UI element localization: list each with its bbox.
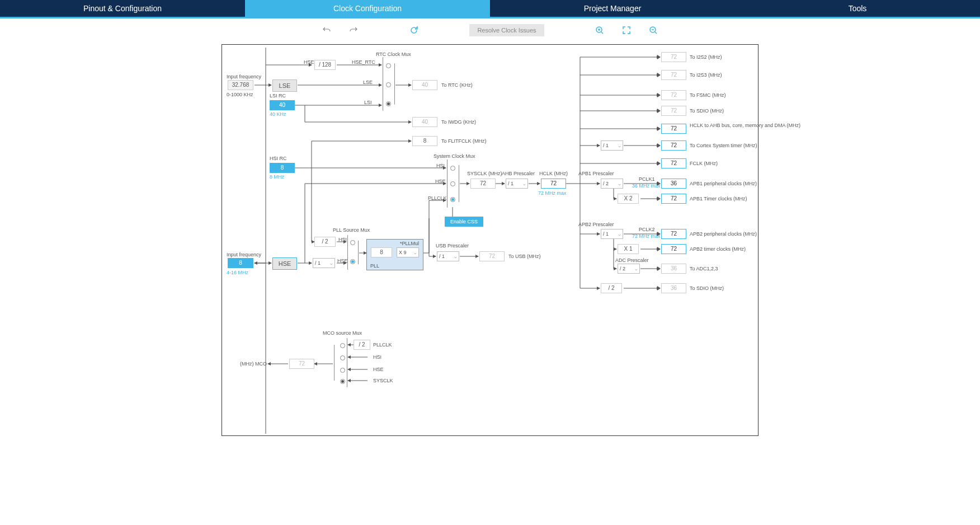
usb-label: To USB (MHz): [508, 254, 541, 259]
enable-css-button[interactable]: Enable CSS: [445, 217, 483, 227]
flitf-value: 8: [412, 136, 437, 146]
apb1-periph-label: APB1 peripheral clocks (MHz): [690, 181, 757, 186]
wire-layer: [222, 45, 758, 435]
rtc-output-value[interactable]: 40: [412, 80, 437, 90]
hclk-max-label: 72 MHz max: [538, 190, 567, 196]
tab-project[interactable]: Project Manager: [490, 0, 735, 17]
zoom-out-icon[interactable]: [648, 25, 658, 35]
cortex-value[interactable]: 72: [661, 140, 686, 151]
sysclk-label: SYSCLK (MHz): [467, 171, 502, 176]
flitf-label: To FLITFCLK (MHz): [441, 138, 487, 144]
hse-div128-box: / 128: [314, 60, 336, 70]
hsi-value: 8: [270, 163, 295, 173]
hse-input-freq-range: 4-16 MHz: [227, 270, 248, 275]
refresh-icon[interactable]: [409, 25, 419, 35]
tab-clock[interactable]: Clock Configuration: [245, 0, 490, 17]
sdio-div2-box: / 2: [601, 283, 622, 293]
cortex-div-select[interactable]: / 1⌵: [601, 140, 623, 151]
adc-prescaler-select[interactable]: / 2⌵: [618, 264, 640, 274]
cortex-label: To Cortex System timer (MHz): [690, 143, 757, 148]
usb-prescaler-select[interactable]: / 1⌵: [437, 251, 459, 261]
hsi-div2-box: / 2: [314, 237, 336, 247]
fclk-label: FCLK (MHz): [690, 161, 718, 166]
rtc-mux[interactable]: [383, 57, 395, 111]
iwdg-output-value: 40: [412, 117, 437, 127]
usb-prescaler-title: USB Prescaler: [436, 243, 469, 249]
rtc-lsi-label: LSI: [364, 100, 372, 105]
lsi-value: 40: [270, 100, 295, 110]
undo-icon[interactable]: [322, 25, 332, 35]
apb2-pclk-label: PCLK2: [639, 227, 655, 232]
lse-input-freq-value[interactable]: 32.768: [228, 80, 253, 90]
apb2-prescaler-select[interactable]: / 1⌵: [601, 229, 623, 239]
hse-box: HSE: [272, 257, 297, 270]
hsi-rc-label: HSI RC: [270, 156, 287, 161]
apb1-prescaler-title: APB1 Prescaler: [578, 171, 614, 176]
apb1-periph-value[interactable]: 36: [661, 179, 686, 189]
hclk-value[interactable]: 72: [541, 179, 566, 189]
fsmc-value: 72: [661, 90, 686, 100]
mco-pllclk-label: PLLCLK: [373, 342, 392, 348]
lse-box: LSE: [272, 79, 297, 92]
tab-pinout[interactable]: Pinout & Configuration: [0, 0, 245, 17]
lsi-khz-label: 40 KHz: [270, 111, 286, 117]
apb1-pclk-max: 36 MHz max: [632, 183, 661, 189]
i2s3-value: 72: [661, 70, 686, 80]
apb1-pclk-label: PCLK1: [639, 176, 655, 182]
apb2-tim-value[interactable]: 72: [661, 244, 686, 254]
rtc-mux-title: RTC Clock Mux: [376, 51, 411, 57]
usb-value: 72: [479, 251, 505, 261]
pll-src-hsi-label: HSI: [338, 237, 347, 242]
apb2-periph-label: APB2 peripheral clocks (MHz): [690, 231, 757, 237]
fsmc-label: To FSMC (MHz): [690, 92, 726, 98]
mco-source-mux[interactable]: [334, 338, 347, 387]
toolbar: Resolve Clock Issues: [0, 18, 980, 40]
sysmux-hse-label: HSE: [435, 179, 446, 184]
pll-mul-select[interactable]: X 9⌵: [397, 247, 419, 257]
clock-diagram: RTC Clock Mux HSE / 128 HSE_RTC LSE LSI …: [222, 44, 758, 436]
adc-label: To ADC1,2,3: [690, 266, 718, 271]
tab-tools[interactable]: Tools: [735, 0, 980, 17]
hse-input-freq-label: Input frequency: [227, 252, 261, 257]
i2s2-value: 72: [661, 52, 686, 62]
mco-value: 72: [289, 359, 314, 369]
hse-rtc-label: HSE_RTC: [352, 59, 375, 65]
apb1-tim-label: APB1 Timer clocks (MHz): [690, 196, 747, 201]
pll-src-mux-title: PLL Source Mux: [333, 227, 370, 233]
system-clock-mux[interactable]: [447, 160, 459, 208]
apb2-periph-value[interactable]: 72: [661, 229, 686, 239]
iwdg-output-label: To IWDG (KHz): [441, 119, 476, 125]
sysmux-hsi-label: HSI: [436, 163, 445, 168]
apb2-tim-mul: X 1: [618, 244, 639, 254]
hclk-ahb-label: HCLK to AHB bus, core, memory and DMA (M…: [690, 123, 757, 129]
i2s3-label: To I2S3 (MHz): [690, 72, 722, 78]
apb2-pclk-max: 72 MHz max: [632, 233, 661, 239]
sdio2-label: To SDIO (MHz): [690, 285, 724, 291]
hsi-mhz-label: 8 MHz: [270, 174, 284, 180]
apb2-tim-label: APB2 timer clocks (MHz): [690, 246, 746, 252]
redo-icon[interactable]: [348, 25, 359, 35]
rtc-output-label: To RTC (KHz): [441, 82, 473, 88]
hclk-ahb-value[interactable]: 72: [661, 124, 686, 134]
resolve-clock-button[interactable]: Resolve Clock Issues: [469, 24, 544, 36]
mco-div2-box: / 2: [354, 340, 370, 350]
ahb-prescaler-select[interactable]: / 1⌵: [506, 179, 528, 189]
apb1-tim-mul: X 2: [618, 194, 639, 204]
sdio2-value: 36: [661, 283, 686, 293]
sysclk-value[interactable]: 72: [470, 179, 496, 189]
pll-source-mux[interactable]: [347, 235, 359, 270]
i2s2-label: To I2S2 (MHz): [690, 54, 722, 60]
zoom-in-icon[interactable]: [595, 25, 605, 35]
lse-input-freq-label: Input frequency: [227, 74, 261, 79]
lse-input-freq-range: 0-1000 KHz: [227, 92, 253, 97]
apb1-tim-value[interactable]: 72: [661, 194, 686, 204]
hse-prediv-select[interactable]: / 1⌵: [313, 258, 335, 268]
mco-hsi-label: HSI: [373, 354, 381, 360]
rtc-lse-label: LSE: [363, 79, 373, 85]
fclk-value[interactable]: 72: [661, 158, 686, 168]
hse-input-freq-value[interactable]: 8: [228, 258, 253, 268]
apb1-prescaler-select[interactable]: / 2⌵: [601, 179, 623, 189]
pll-mul-input[interactable]: 8: [371, 247, 392, 257]
fit-icon[interactable]: [621, 25, 632, 35]
rtc-hse-label: HSE: [304, 59, 314, 65]
